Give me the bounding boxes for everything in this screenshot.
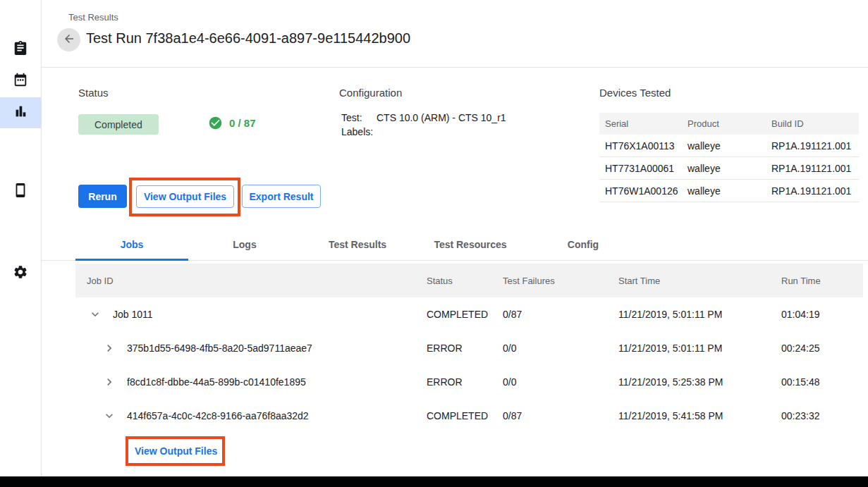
jobs-col-start-time: Start Time — [618, 276, 781, 286]
sidebar-item-settings[interactable] — [0, 258, 41, 289]
job-attempt-id: 414f657a-4c0c-42c8-9166-aa76f8aa32d2 — [127, 410, 309, 421]
job-attempt-id: 375b1d55-6498-4fb5-8a20-5ad9711aeae7 — [127, 343, 312, 354]
job-row[interactable]: 414f657a-4c0c-42c8-9166-aa76f8aa32d2 COM… — [75, 399, 863, 433]
devices-table: Serial Product Build ID HT76X1A00113 wal… — [599, 113, 859, 202]
devices-heading: Devices Tested — [599, 87, 671, 99]
device-build-id: RP1A.191121.001 — [771, 185, 859, 197]
expand-row-button[interactable] — [101, 340, 118, 357]
device-serial: HT76X1A00113 — [605, 140, 687, 152]
device-serial: HT76W1A00126 — [605, 185, 687, 197]
tab-jobs[interactable]: Jobs — [75, 229, 188, 260]
chevron-right-icon — [102, 375, 116, 389]
job-run-time: 00:15:48 — [781, 376, 863, 388]
device-build-id: RP1A.191121.001 — [771, 140, 859, 152]
config-test-label: Test: — [341, 111, 377, 125]
calendar-icon — [13, 72, 28, 90]
clipboard-icon — [13, 40, 28, 58]
jobs-col-job-id: Job ID — [87, 276, 427, 286]
page-title: Test Run 7f38a1e4-6e66-4091-a897-9e11544… — [86, 30, 410, 47]
tab-test-results[interactable]: Test Results — [301, 229, 414, 260]
tab-test-resources[interactable]: Test Resources — [414, 229, 527, 260]
device-row: HT7731A00061 walleye RP1A.191121.001 — [599, 157, 859, 180]
job-attempt-id: f8cd1c8f-dbbe-44a5-899b-c01410fe1895 — [127, 376, 306, 388]
jobs-col-run-time: Run Time — [781, 276, 863, 286]
view-output-files-link[interactable]: View Output Files — [135, 436, 217, 466]
collapse-row-button[interactable] — [101, 407, 118, 424]
tab-bar: Jobs Logs Test Results Test Resources Co… — [75, 229, 640, 260]
configuration-heading: Configuration — [339, 87, 402, 99]
config-labels-label: Labels: — [341, 125, 377, 139]
job-status: ERROR — [427, 376, 503, 388]
jobs-col-test-failures: Test Failures — [503, 276, 618, 286]
job-status: COMPLETED — [427, 309, 503, 320]
arrow-back-icon — [63, 32, 75, 47]
device-row: HT76X1A00113 walleye RP1A.191121.001 — [599, 135, 859, 157]
job-status: COMPLETED — [427, 410, 503, 421]
job-test-failures: 0/0 — [503, 343, 618, 354]
back-button[interactable] — [57, 28, 80, 51]
device-serial: HT7731A00061 — [605, 163, 687, 174]
devices-col-product: Product — [687, 118, 771, 129]
job-start-time: 11/21/2019, 5:01:11 PM — [618, 343, 781, 354]
job-run-time: 00:24:25 — [781, 343, 863, 354]
collapse-row-button[interactable] — [87, 306, 104, 323]
rerun-button[interactable]: Rerun — [78, 185, 127, 208]
config-test-value: CTS 10.0 (ARM) - CTS 10_r1 — [377, 111, 506, 125]
smartphone-icon — [13, 183, 28, 201]
chevron-right-icon — [102, 341, 116, 355]
view-output-files-button[interactable]: View Output Files — [136, 185, 234, 208]
device-product: walleye — [687, 140, 771, 152]
tab-logs[interactable]: Logs — [188, 229, 301, 260]
device-row: HT76W1A00126 walleye RP1A.191121.001 — [599, 180, 859, 202]
job-row[interactable]: f8cd1c8f-dbbe-44a5-899b-c01410fe1895 ERR… — [75, 365, 863, 399]
active-tab-indicator — [75, 259, 188, 261]
bottom-bar — [0, 476, 868, 487]
job-start-time: 11/21/2019, 5:01:11 PM — [618, 309, 781, 320]
devices-col-build: Build ID — [771, 118, 859, 129]
chevron-down-icon — [102, 409, 116, 423]
device-product: walleye — [687, 163, 771, 174]
chevron-down-icon — [88, 307, 102, 321]
status-heading: Status — [78, 87, 109, 99]
sidebar-item-devices[interactable] — [0, 176, 41, 207]
job-row[interactable]: 375b1d55-6498-4fb5-8a20-5ad9711aeae7 ERR… — [75, 331, 863, 365]
jobs-table-header: Job ID Status Test Failures Start Time R… — [75, 264, 863, 297]
job-row[interactable]: Job 1011 COMPLETED 0/87 11/21/2019, 5:01… — [75, 297, 863, 331]
check-circle-icon — [208, 116, 223, 130]
configuration-details: Test: CTS 10.0 (ARM) - CTS 10_r1 Labels: — [341, 111, 506, 139]
bar-chart-icon — [13, 104, 28, 122]
sidebar-item-test-plans[interactable] — [0, 34, 41, 65]
tab-config[interactable]: Config — [527, 229, 640, 260]
job-start-time: 11/21/2019, 5:25:38 PM — [618, 376, 781, 388]
export-result-button[interactable]: Export Result — [242, 185, 321, 208]
job-test-failures: 0/0 — [503, 376, 618, 388]
job-run-time: 00:23:32 — [781, 410, 863, 421]
devices-col-serial: Serial — [605, 118, 687, 129]
jobs-col-status: Status — [427, 276, 503, 286]
job-test-failures: 0/87 — [503, 309, 618, 320]
job-test-failures: 0/87 — [503, 410, 618, 421]
status-badge: Completed — [78, 114, 159, 135]
job-run-time: 01:04:19 — [781, 309, 863, 320]
header-divider — [42, 67, 868, 68]
breadcrumb: Test Results — [68, 12, 118, 23]
device-product: walleye — [687, 185, 771, 197]
job-start-time: 11/21/2019, 5:41:58 PM — [618, 410, 781, 421]
expand-row-button[interactable] — [101, 374, 118, 390]
failure-count-row: 0 / 87 — [208, 116, 256, 130]
gear-icon — [13, 264, 28, 283]
job-id: Job 1011 — [113, 309, 153, 320]
devices-table-header: Serial Product Build ID — [599, 113, 859, 135]
sidebar-item-test-results[interactable] — [0, 97, 41, 128]
job-status: ERROR — [427, 343, 503, 354]
sidebar-item-schedules[interactable] — [0, 66, 41, 97]
failure-count: 0 / 87 — [229, 117, 256, 129]
device-build-id: RP1A.191121.001 — [771, 163, 859, 174]
sidebar — [0, 0, 42, 476]
